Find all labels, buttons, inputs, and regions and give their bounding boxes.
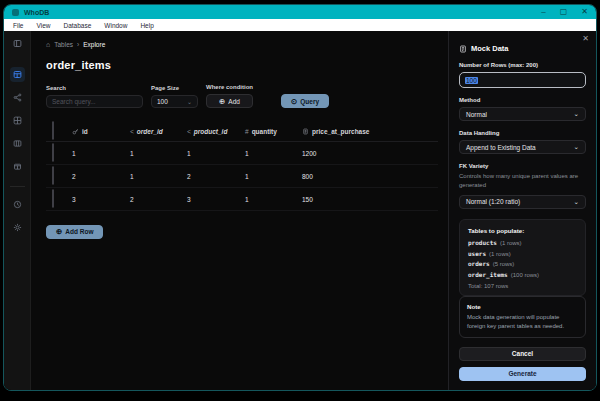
column-header-id[interactable]: id bbox=[72, 128, 130, 135]
method-value: Normal bbox=[466, 111, 487, 118]
tables-box-title: Tables to populate: bbox=[468, 227, 577, 234]
query-button[interactable]: ⊙ Query bbox=[281, 94, 329, 108]
table-cell[interactable]: 3 bbox=[72, 196, 130, 203]
table-cell[interactable]: 1 bbox=[130, 173, 187, 180]
chevron-down-icon: ⌄ bbox=[187, 98, 192, 105]
breadcrumb: ⌂ Tables › Explore bbox=[46, 41, 438, 48]
table-cell[interactable]: 1 bbox=[245, 196, 302, 203]
cells-nav-icon[interactable] bbox=[10, 136, 25, 151]
storage-nav-icon[interactable] bbox=[10, 159, 25, 174]
page-size-select[interactable]: 100 ⌄ bbox=[151, 95, 198, 108]
menubar: FileViewDatabaseWindowHelp bbox=[4, 19, 596, 31]
mock-data-icon bbox=[459, 45, 467, 53]
chevron-down-icon: ⌄ bbox=[574, 110, 579, 118]
window-controls: –▢✕ bbox=[541, 8, 588, 16]
note-body: Mock data generation will populate forei… bbox=[467, 313, 578, 331]
cancel-button[interactable]: Cancel bbox=[459, 347, 586, 361]
tables-total: Total: 107 rows bbox=[468, 283, 577, 289]
content: ⌂ Tables › Explore order_items Search Se… bbox=[4, 31, 596, 390]
table-row[interactable]: 11111200 bbox=[46, 142, 438, 165]
add-condition-button[interactable]: ⊕ Add bbox=[206, 94, 253, 108]
page-title: order_items bbox=[46, 59, 438, 71]
plus-circle-icon: ⊕ bbox=[219, 98, 225, 105]
main-area: ⌂ Tables › Explore order_items Search Se… bbox=[31, 31, 448, 390]
table-cell[interactable]: 1 bbox=[130, 150, 187, 157]
breadcrumb-root[interactable]: Tables bbox=[54, 41, 73, 48]
populate-table-row: products(1 rows) bbox=[468, 239, 577, 246]
table-row[interactable]: 2121800 bbox=[46, 165, 438, 188]
menu-view[interactable]: View bbox=[36, 22, 50, 29]
table-cell[interactable]: 2 bbox=[72, 173, 130, 180]
data-handling-label: Data Handling bbox=[459, 130, 586, 136]
table-cell[interactable]: 800 bbox=[302, 173, 438, 180]
table-cell[interactable]: 150 bbox=[302, 196, 438, 203]
method-select[interactable]: Normal ⌄ bbox=[459, 107, 586, 121]
row-checkbox[interactable] bbox=[52, 189, 54, 208]
search-field: Search Search query... bbox=[46, 85, 143, 108]
where-condition-label: Where condition bbox=[206, 84, 253, 90]
add-row-button[interactable]: ⊕ Add Row bbox=[46, 225, 103, 239]
table-cell[interactable]: 1 bbox=[245, 150, 302, 157]
tables-list: products(1 rows)users(1 rows)orders(5 ro… bbox=[468, 239, 577, 278]
table-row[interactable]: 3231150 bbox=[46, 188, 438, 211]
table-name: products bbox=[468, 239, 497, 246]
fk-icon: < bbox=[187, 128, 191, 135]
table-cell[interactable]: 3 bbox=[187, 196, 245, 203]
tables-to-populate-box: Tables to populate: products(1 rows)user… bbox=[459, 219, 586, 296]
grid-nav-icon[interactable] bbox=[10, 113, 25, 128]
app-logo-icon bbox=[12, 9, 19, 16]
method-label: Method bbox=[459, 97, 586, 103]
query-circle-icon: ⊙ bbox=[291, 98, 297, 105]
search-input[interactable]: Search query... bbox=[46, 95, 143, 108]
maximize-icon[interactable]: ▢ bbox=[560, 8, 568, 16]
graph-nav-icon[interactable] bbox=[10, 90, 25, 105]
column-header-price_at_purchase[interactable]: price_at_purchase bbox=[302, 128, 438, 135]
chevron-down-icon: ⌄ bbox=[574, 198, 579, 206]
menu-file[interactable]: File bbox=[13, 22, 23, 29]
table-row-count: (5 rows) bbox=[493, 261, 515, 267]
populate-table-row: order_items(100 rows) bbox=[468, 271, 577, 278]
menu-help[interactable]: Help bbox=[140, 22, 153, 29]
table-name: orders bbox=[468, 260, 490, 267]
table-cell[interactable]: 1 bbox=[72, 150, 130, 157]
row-checkbox[interactable] bbox=[52, 143, 54, 162]
menu-window[interactable]: Window bbox=[104, 22, 127, 29]
tables-nav-icon[interactable] bbox=[10, 67, 25, 82]
page-size-field: Page Size 100 ⌄ bbox=[151, 85, 198, 108]
history-icon[interactable] bbox=[10, 197, 25, 212]
row-checkbox[interactable] bbox=[52, 166, 54, 185]
table-name: users bbox=[468, 250, 486, 257]
note-box: Note Mock data generation will populate … bbox=[459, 296, 586, 338]
breadcrumb-separator-icon: › bbox=[77, 41, 79, 48]
table-cell[interactable]: 2 bbox=[130, 196, 187, 203]
titlebar[interactable]: WhoDB –▢✕ bbox=[4, 5, 596, 19]
data-handling-value: Append to Existing Data bbox=[466, 144, 536, 151]
rows-input[interactable]: 100 bbox=[459, 72, 586, 88]
search-label: Search bbox=[46, 85, 143, 91]
close-icon[interactable]: ✕ bbox=[582, 34, 589, 43]
fk-variety-label: FK Variety bbox=[459, 163, 586, 169]
settings-gear-icon[interactable] bbox=[10, 220, 25, 235]
fk-variety-value: Normal (1:20 ratio) bbox=[466, 198, 520, 205]
sidebar-toggle-icon[interactable] bbox=[10, 36, 25, 51]
table-cell[interactable]: 2 bbox=[187, 173, 245, 180]
fk-variety-select[interactable]: Normal (1:20 ratio) ⌄ bbox=[459, 195, 586, 209]
table-row-count: (1 rows) bbox=[489, 251, 511, 257]
column-header-order_id[interactable]: <order_id bbox=[130, 128, 187, 135]
home-icon[interactable]: ⌂ bbox=[46, 41, 50, 48]
generate-button[interactable]: Generate bbox=[459, 367, 586, 381]
close-icon[interactable]: ✕ bbox=[581, 8, 588, 16]
table-cell[interactable]: 1200 bbox=[302, 150, 438, 157]
doc-icon bbox=[302, 128, 309, 135]
sidebar-divider bbox=[10, 186, 25, 187]
app-window: WhoDB –▢✕ FileViewDatabaseWindowHelp ⌂ T… bbox=[3, 4, 597, 391]
select-all-checkbox[interactable] bbox=[52, 121, 54, 140]
column-header-product_id[interactable]: <product_id bbox=[187, 128, 245, 135]
table-cell[interactable]: 1 bbox=[245, 173, 302, 180]
data-handling-select[interactable]: Append to Existing Data ⌄ bbox=[459, 140, 586, 154]
data-table: id<order_id<product_id#quantityprice_at_… bbox=[46, 121, 438, 211]
menu-database[interactable]: Database bbox=[63, 22, 91, 29]
table-cell[interactable]: 1 bbox=[187, 150, 245, 157]
column-header-quantity[interactable]: #quantity bbox=[245, 128, 302, 135]
minimize-icon[interactable]: – bbox=[541, 8, 545, 16]
